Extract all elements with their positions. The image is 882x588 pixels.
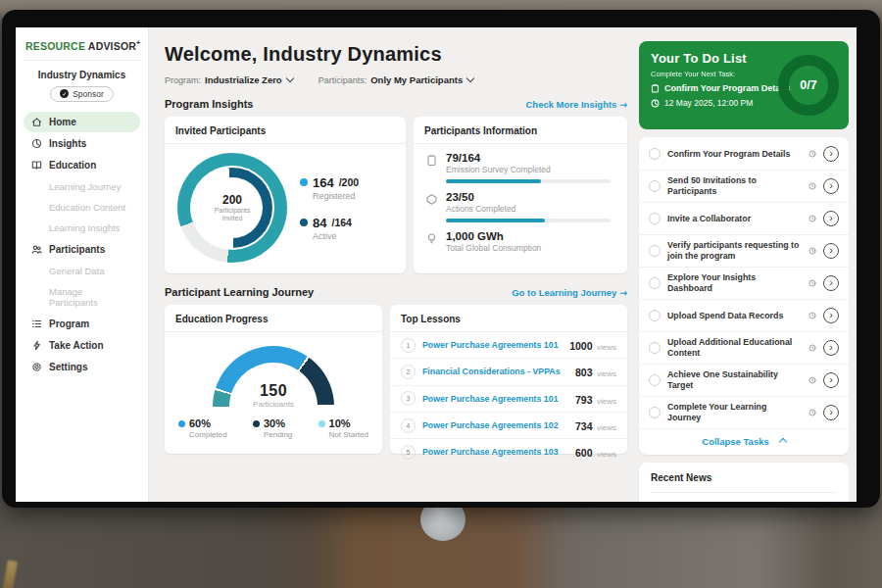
sidebar-item-program[interactable]: Program [24, 314, 140, 334]
todo-task-row[interactable]: Upload Spend Data Records › [639, 300, 849, 332]
lesson-views-label: views [597, 369, 616, 378]
go-to-learning-journey-link[interactable]: Go to Learning Journey → [512, 287, 627, 298]
monitor-bezel: RESOURCE ADVISOR+ Industry Dynamics ✓ Sp… [2, 10, 880, 508]
lesson-views-count: 1000 [569, 340, 592, 352]
task-open-button[interactable]: › [823, 275, 839, 291]
home-icon [31, 117, 42, 127]
lesson-views-count: 600 [575, 447, 593, 459]
task-checkbox[interactable] [649, 407, 661, 418]
clock-icon [651, 99, 660, 108]
sidebar-subitem-label: General Data [49, 266, 105, 276]
lesson-link[interactable]: Power Purchase Agreements 101 [422, 340, 563, 350]
todo-column: Your To Do List Complete Your Next Task:… [639, 27, 849, 502]
todo-task-row[interactable]: Send 50 Invitations to Participants › [639, 171, 849, 203]
todo-task-row[interactable]: Invite a Collaborator › [639, 203, 849, 235]
sidebar-item-learning-insights[interactable]: Learning Insights [24, 218, 140, 238]
lesson-rank-badge: 2 [401, 365, 416, 379]
task-clock-icon [808, 279, 816, 287]
program-filter[interactable]: Program:Industrialize Zero [165, 74, 293, 85]
task-checkbox[interactable] [649, 213, 661, 224]
lesson-row: 4 Power Purchase Agreements 102 734 view… [390, 413, 627, 439]
todo-task-row[interactable]: Complete Your Learning Journey › [639, 397, 849, 429]
participants-filter-value: Only My Participants [370, 74, 463, 85]
lesson-views-label: views [597, 423, 616, 432]
program-list-icon [31, 318, 42, 329]
sidebar-item-label: Insights [49, 138, 86, 149]
task-clock-icon [808, 247, 816, 255]
lesson-link[interactable]: Financial Considerations - VPPAs [422, 367, 568, 376]
program-filter-label: Program: [165, 75, 201, 85]
organization-name: Industry Dynamics [24, 70, 140, 80]
section-title: Program Insights [165, 98, 253, 110]
sidebar-item-education[interactable]: Education [24, 155, 140, 175]
lesson-row: 5 Power Purchase Agreements 103 600 view… [390, 439, 627, 465]
progress-track [446, 179, 611, 183]
lesson-link[interactable]: Power Purchase Agreements 103 [422, 447, 568, 457]
lesson-views-label: views [597, 397, 616, 406]
sidebar-item-general-data[interactable]: General Data [24, 261, 140, 281]
todo-task-row[interactable]: Confirm Your Program Details › [639, 138, 849, 171]
todo-progress-ring: 0/7 [778, 55, 839, 116]
task-checkbox[interactable] [649, 148, 661, 160]
page-title: Welcome, Industry Dynamics [165, 43, 627, 66]
task-open-button[interactable]: › [823, 211, 839, 226]
lesson-row: 2 Financial Considerations - VPPAs 803 v… [390, 359, 627, 385]
arrow-right-icon: → [619, 99, 627, 110]
todo-task-row[interactable]: Explore Your Insights Dashboard › [639, 268, 849, 300]
stat-actions-completed: 23/50 Actions Completed [414, 183, 627, 222]
task-open-button[interactable]: › [823, 405, 839, 420]
legend-item-pending: 30% Pending [253, 417, 292, 439]
lesson-link[interactable]: Power Purchase Agreements 101 [422, 394, 568, 404]
task-checkbox[interactable] [649, 277, 661, 289]
participants-filter[interactable]: Participants:Only My Participants [318, 74, 474, 85]
progress-fill [446, 219, 545, 222]
task-open-button[interactable]: › [823, 146, 839, 162]
lesson-link[interactable]: Power Purchase Agreements 102 [422, 420, 568, 430]
todo-task-row[interactable]: Upload Additional Educational Content › [639, 332, 849, 365]
sidebar-item-label: Program [49, 318, 89, 329]
task-clock-icon [808, 376, 816, 384]
sponsor-badge[interactable]: ✓ Sponsor [50, 86, 114, 102]
task-open-button[interactable]: › [823, 243, 839, 259]
settings-gear-icon [31, 362, 42, 372]
gauge-center-value: 150 [213, 382, 334, 400]
sidebar-item-take-action[interactable]: Take Action [24, 335, 140, 356]
legend-value: 84 [313, 216, 326, 230]
todo-next-task-label: Confirm Your Program Details [664, 83, 790, 93]
education-book-icon [31, 160, 42, 171]
task-open-button[interactable]: › [823, 308, 839, 323]
check-more-insights-link[interactable]: Check More Insights → [525, 99, 627, 110]
task-checkbox[interactable] [649, 180, 661, 192]
legend-item-active: 84/164 Active [300, 216, 359, 241]
sidebar-item-insights[interactable]: Insights [24, 133, 140, 154]
stat-value: 23/50 [446, 191, 611, 203]
donut-center-label: Participants [215, 207, 251, 215]
task-open-button[interactable]: › [823, 372, 839, 388]
lesson-row: 3 Power Purchase Agreements 101 793 view… [390, 386, 627, 413]
sidebar-subitem-label: Learning Journey [49, 181, 121, 192]
task-checkbox[interactable] [649, 374, 661, 386]
todo-task-row[interactable]: Verify participants requesting to join t… [639, 235, 849, 268]
task-open-button[interactable]: › [823, 340, 839, 356]
task-checkbox[interactable] [649, 342, 661, 354]
sidebar-item-label: Take Action [49, 340, 104, 351]
sponsor-icon: ✓ [60, 89, 69, 98]
task-checkbox[interactable] [649, 245, 661, 257]
task-label: Upload Spend Data Records [667, 307, 802, 325]
task-clock-icon [808, 182, 816, 190]
sidebar-item-participants[interactable]: Participants [24, 239, 140, 260]
chevron-down-icon [285, 74, 293, 82]
todo-task-row[interactable]: Achieve One Sustainability Target › [639, 365, 849, 397]
collapse-tasks-button[interactable]: Collapse Tasks [639, 429, 849, 454]
sidebar-item-manage-participants[interactable]: Manage Participants [24, 281, 140, 313]
sidebar-item-settings[interactable]: Settings [24, 357, 140, 377]
stat-label: Total Global Consumption [446, 243, 541, 253]
filters-row: Program:Industrialize Zero Participants:… [165, 74, 627, 85]
lesson-rank-badge: 5 [401, 445, 416, 460]
sidebar-item-education-content[interactable]: Education Content [24, 197, 140, 218]
task-checkbox[interactable] [649, 310, 661, 321]
sidebar-item-label: Participants [49, 244, 105, 255]
sidebar-item-home[interactable]: Home [24, 112, 140, 132]
sidebar-item-learning-journey[interactable]: Learning Journey [24, 176, 140, 197]
task-open-button[interactable]: › [823, 178, 839, 194]
